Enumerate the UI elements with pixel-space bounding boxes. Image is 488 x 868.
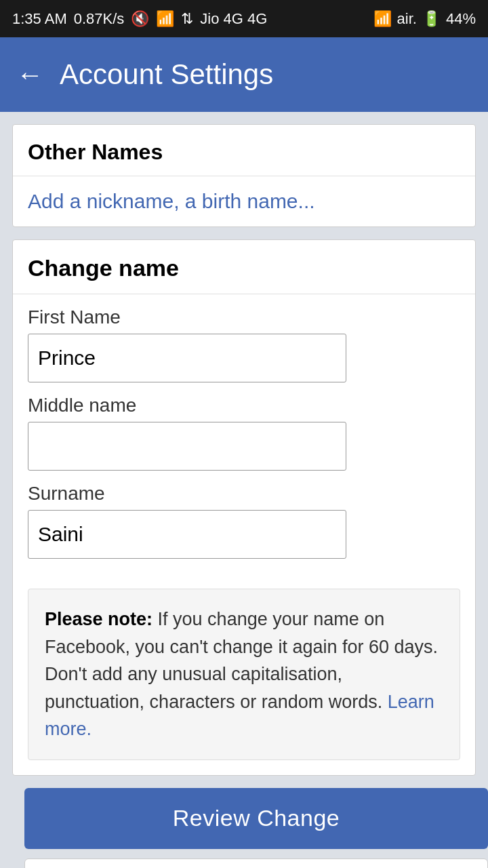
battery-icon: 🔋 — [422, 10, 441, 28]
wifi-icon: 📶 — [156, 10, 174, 28]
other-names-card: Other Names Add a nickname, a birth name… — [12, 124, 476, 227]
change-name-card: Change name First Name Middle name Surna… — [12, 239, 476, 776]
form-section: First Name Middle name Surname — [13, 294, 475, 583]
review-change-button[interactable]: Review Change — [24, 788, 488, 849]
first-name-label: First Name — [28, 307, 460, 328]
app-bar: ← Account Settings — [0, 37, 488, 112]
note-box: Please note: If you change your name on … — [28, 589, 460, 760]
time: 1:35 AM — [12, 10, 67, 28]
middle-name-label: Middle name — [28, 395, 460, 416]
first-name-input[interactable] — [28, 334, 346, 382]
signal-icon: 📶 — [373, 10, 392, 28]
carrier2: air. — [397, 10, 417, 28]
data-icon: ⇅ — [181, 10, 193, 28]
carrier1: Jio 4G 4G — [200, 10, 267, 28]
surname-input[interactable] — [28, 510, 346, 559]
status-right: 📶 air. 🔋 44% — [373, 10, 476, 28]
network-speed: 0.87K/s — [74, 10, 125, 28]
page-title: Account Settings — [60, 58, 273, 91]
status-left: 1:35 AM 0.87K/s 🔇 📶 ⇅ Jio 4G 4G — [12, 10, 267, 28]
note-bold: Please note: — [45, 609, 152, 629]
content-area: Other Names Add a nickname, a birth name… — [0, 112, 488, 868]
mute-icon: 🔇 — [131, 10, 149, 28]
status-bar: 1:35 AM 0.87K/s 🔇 📶 ⇅ Jio 4G 4G 📶 air. 🔋… — [0, 0, 488, 37]
battery-level: 44% — [446, 10, 476, 28]
back-button[interactable]: ← — [16, 61, 43, 88]
change-name-heading: Change name — [13, 240, 475, 294]
middle-name-input[interactable] — [28, 422, 346, 471]
other-names-heading: Other Names — [13, 125, 475, 176]
cancel-button[interactable]: Cancel — [24, 859, 488, 869]
surname-label: Surname — [28, 483, 460, 505]
add-nickname-link[interactable]: Add a nickname, a birth name... — [13, 176, 475, 226]
